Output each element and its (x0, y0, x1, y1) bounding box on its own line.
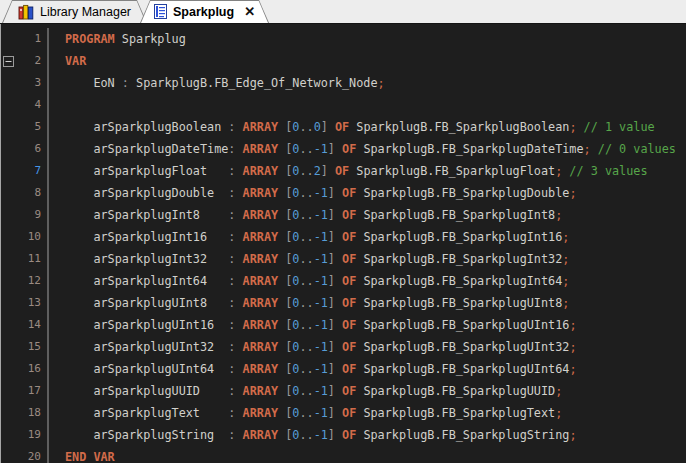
line-number: 5 (17, 116, 49, 138)
code-line-text[interactable]: arSparkplugString : ARRAY [0..-1] OF Spa… (49, 424, 576, 446)
fold-margin-cell (1, 138, 17, 160)
code-line-text[interactable]: arSparkplugDouble : ARRAY [0..-1] OF Spa… (49, 182, 576, 204)
line-number: 11 (17, 248, 49, 270)
code-line: 9 arSparkplugInt8 : ARRAY [0..-1] OF Spa… (1, 204, 686, 226)
code-line-text[interactable]: arSparkplugInt64 : ARRAY [0..-1] OF Spar… (49, 270, 569, 292)
fold-margin-cell (1, 182, 17, 204)
fold-margin-cell (1, 28, 17, 50)
close-icon[interactable]: ✕ (244, 5, 255, 18)
code-line: 12 arSparkplugInt64 : ARRAY [0..-1] OF S… (1, 270, 686, 292)
line-number: 9 (17, 204, 49, 226)
fold-margin-cell (1, 336, 17, 358)
fold-margin-cell (1, 292, 17, 314)
code-line-text[interactable]: PROGRAM Sparkplug (49, 28, 186, 50)
line-number: 15 (17, 336, 49, 358)
tab-sparkplug[interactable]: Sparkplug ✕ (140, 0, 269, 23)
code-line-text[interactable]: END_VAR (49, 446, 115, 463)
code-line: 1PROGRAM Sparkplug (1, 28, 686, 50)
code-line: 13 arSparkplugUInt8 : ARRAY [0..-1] OF S… (1, 292, 686, 314)
code-line: 16 arSparkplugUInt64 : ARRAY [0..-1] OF … (1, 358, 686, 380)
code-line: 10 arSparkplugInt16 : ARRAY [0..-1] OF S… (1, 226, 686, 248)
code-line-text[interactable]: arSparkplugText : ARRAY [0..-1] OF Spark… (49, 402, 562, 424)
code-line-text[interactable]: arSparkplugBoolean : ARRAY [0..0] OF Spa… (49, 116, 655, 138)
fold-margin-cell (1, 446, 17, 463)
code-line-text[interactable]: arSparkplugUInt8 : ARRAY [0..-1] OF Spar… (49, 292, 569, 314)
fold-margin-cell (1, 248, 17, 270)
code-line: 3 EoN : SparkplugB.FB_Edge_Of_Network_No… (1, 72, 686, 94)
code-line: 5 arSparkplugBoolean : ARRAY [0..0] OF S… (1, 116, 686, 138)
line-number: 14 (17, 314, 49, 336)
line-number: 3 (17, 72, 49, 94)
line-number: 16 (17, 358, 49, 380)
line-number: 2 (17, 50, 49, 72)
fold-margin-cell (1, 116, 17, 138)
line-number: 17 (17, 380, 49, 402)
code-line-text[interactable]: arSparkplugFloat : ARRAY [0..2] OF Spark… (49, 160, 648, 182)
line-number: 13 (17, 292, 49, 314)
st-document-icon (154, 4, 167, 19)
code-line: 19 arSparkplugString : ARRAY [0..-1] OF … (1, 424, 686, 446)
code-line: 7 arSparkplugFloat : ARRAY [0..2] OF Spa… (1, 160, 686, 182)
code-line-text[interactable]: arSparkplugUInt64 : ARRAY [0..-1] OF Spa… (49, 358, 576, 380)
code-line: 18 arSparkplugText : ARRAY [0..-1] OF Sp… (1, 402, 686, 424)
code-line-text[interactable]: VAR (49, 50, 86, 72)
code-line: 8 arSparkplugDouble : ARRAY [0..-1] OF S… (1, 182, 686, 204)
code-line: 15 arSparkplugUInt32 : ARRAY [0..-1] OF … (1, 336, 686, 358)
line-number: 7 (17, 160, 49, 182)
fold-margin-cell (1, 314, 17, 336)
code-line: 17 arSparkplugUUID : ARRAY [0..-1] OF Sp… (1, 380, 686, 402)
code-line: 11 arSparkplugInt32 : ARRAY [0..-1] OF S… (1, 248, 686, 270)
fold-margin-cell (1, 402, 17, 424)
line-number: 1 (17, 28, 49, 50)
code-line: 14 arSparkplugUInt16 : ARRAY [0..-1] OF … (1, 314, 686, 336)
tab-library-manager[interactable]: Library Manager (2, 0, 147, 23)
code-line-text[interactable]: arSparkplugUInt32 : ARRAY [0..-1] OF Spa… (49, 336, 576, 358)
fold-margin-cell (1, 160, 17, 182)
code-line: 6 arSparkplugDateTime: ARRAY [0..-1] OF … (1, 138, 686, 160)
fold-margin-cell (1, 204, 17, 226)
fold-margin-cell (1, 270, 17, 292)
fold-margin-cell (1, 380, 17, 402)
fold-margin-cell (1, 72, 17, 94)
code-line: 2VAR (1, 50, 686, 72)
code-line-text[interactable]: arSparkplugUUID : ARRAY [0..-1] OF Spark… (49, 380, 562, 402)
tab-label: Sparkplug (173, 5, 234, 19)
code-line: 4 (1, 94, 686, 116)
line-number: 12 (17, 270, 49, 292)
code-line-text[interactable]: arSparkplugInt32 : ARRAY [0..-1] OF Spar… (49, 248, 569, 270)
tab-label: Library Manager (40, 5, 131, 19)
line-number: 20 (17, 446, 49, 463)
fold-margin-cell (1, 50, 17, 72)
code-line: 20END_VAR (1, 446, 686, 463)
line-number: 19 (17, 424, 49, 446)
line-number: 6 (17, 138, 49, 160)
library-books-icon (18, 4, 34, 20)
line-number: 4 (17, 94, 49, 116)
code-line-text[interactable]: arSparkplugUInt16 : ARRAY [0..-1] OF Spa… (49, 314, 576, 336)
fold-collapse-icon[interactable] (3, 56, 14, 67)
code-line-text[interactable]: arSparkplugDateTime: ARRAY [0..-1] OF Sp… (49, 138, 676, 160)
line-number: 10 (17, 226, 49, 248)
code-line-text[interactable]: EoN : SparkplugB.FB_Edge_Of_Network_Node… (49, 72, 385, 94)
tab-bar: Library Manager Sparkplug ✕ (0, 0, 686, 24)
code-line-text[interactable] (49, 94, 65, 116)
code-line-text[interactable]: arSparkplugInt16 : ARRAY [0..-1] OF Spar… (49, 226, 569, 248)
line-number: 18 (17, 402, 49, 424)
code-editor: 1PROGRAM Sparkplug 2VAR3 EoN : Sparkplug… (0, 24, 686, 463)
code-line-text[interactable]: arSparkplugInt8 : ARRAY [0..-1] OF Spark… (49, 204, 562, 226)
fold-margin-cell (1, 424, 17, 446)
fold-margin-cell (1, 358, 17, 380)
fold-margin-cell (1, 94, 17, 116)
line-number: 8 (17, 182, 49, 204)
fold-margin-cell (1, 226, 17, 248)
